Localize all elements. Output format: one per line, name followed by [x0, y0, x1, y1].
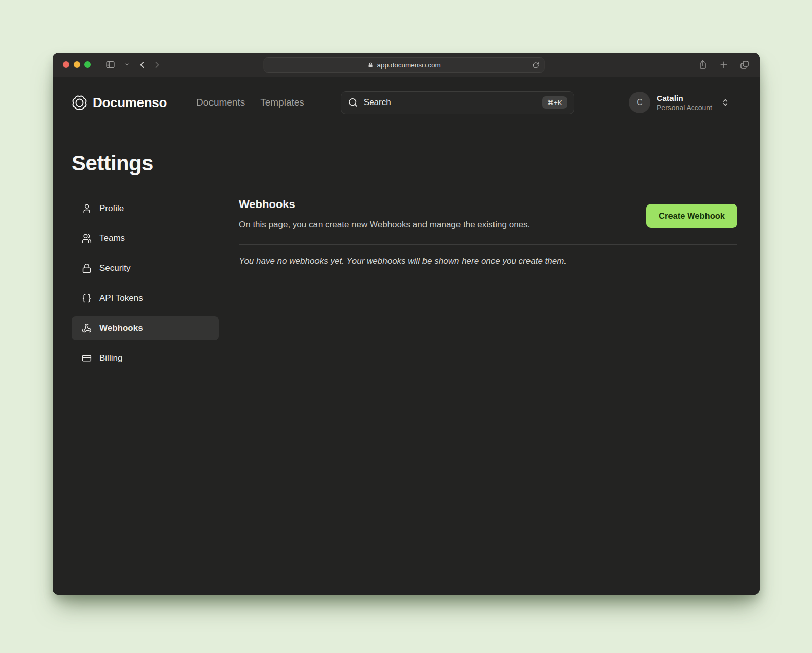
- avatar: C: [629, 92, 650, 113]
- sidebar-item-billing[interactable]: Billing: [72, 346, 219, 370]
- sidebar-item-label: Webhooks: [99, 323, 143, 333]
- nav-templates[interactable]: Templates: [260, 97, 304, 108]
- account-name: Catalin: [657, 93, 712, 103]
- sidebar-item-label: Billing: [99, 353, 122, 363]
- webhooks-title: Webhooks: [239, 198, 530, 211]
- documenso-logo-icon: [72, 95, 87, 111]
- traffic-lights: [63, 61, 91, 68]
- webhooks-empty-state: You have no webhooks yet. Your webhooks …: [239, 256, 737, 266]
- divider: [239, 244, 737, 245]
- nav-documents[interactable]: Documents: [196, 97, 245, 108]
- search-input[interactable]: Search ⌘+K: [341, 91, 574, 114]
- app-header: Documenso Documents Templates Search ⌘+K…: [53, 77, 760, 128]
- sidebar-item-webhooks[interactable]: Webhooks: [72, 316, 219, 340]
- chevrons-up-down-icon: [721, 98, 729, 107]
- sidebar-item-label: API Tokens: [99, 293, 143, 303]
- browser-chrome: app.documenso.com: [53, 53, 760, 77]
- webhooks-description: On this page, you can create new Webhook…: [239, 220, 530, 230]
- sidebar-item-api-tokens[interactable]: API Tokens: [72, 286, 219, 311]
- settings-content: Profile Teams Security: [53, 196, 760, 376]
- browser-window: app.documenso.com: [53, 53, 760, 595]
- account-type: Personal Account: [657, 103, 712, 112]
- back-button[interactable]: [137, 60, 147, 70]
- lock-icon: [82, 263, 92, 273]
- close-window-button[interactable]: [63, 61, 69, 68]
- sidebar-item-security[interactable]: Security: [72, 256, 219, 281]
- forward-button[interactable]: [152, 60, 162, 70]
- lock-icon: [367, 62, 373, 68]
- sidebar-item-teams[interactable]: Teams: [72, 226, 219, 251]
- users-icon: [82, 233, 92, 244]
- braces-icon: [82, 293, 92, 303]
- create-webhook-button[interactable]: Create Webhook: [646, 204, 737, 228]
- zoom-window-button[interactable]: [84, 61, 91, 68]
- url-bar[interactable]: app.documenso.com: [264, 57, 545, 73]
- url-text: app.documenso.com: [377, 61, 440, 69]
- sidebar-item-profile[interactable]: Profile: [72, 196, 219, 221]
- share-icon[interactable]: [698, 59, 708, 70]
- reload-icon[interactable]: [532, 61, 540, 69]
- sidebar-item-label: Teams: [99, 233, 125, 244]
- top-nav: Documents Templates: [196, 97, 304, 108]
- credit-card-icon: [82, 353, 92, 363]
- search-placeholder: Search: [364, 97, 391, 108]
- page-title: Settings: [72, 151, 760, 176]
- brand[interactable]: Documenso: [72, 95, 167, 111]
- settings-sidebar: Profile Teams Security: [72, 196, 219, 376]
- tab-overview-icon[interactable]: [739, 60, 750, 70]
- chevron-down-icon[interactable]: [124, 62, 130, 67]
- sidebar-item-label: Profile: [99, 203, 124, 214]
- divider: [120, 60, 120, 70]
- app-content: Documenso Documents Templates Search ⌘+K…: [53, 77, 760, 595]
- minimize-window-button[interactable]: [74, 61, 80, 68]
- sidebar-item-label: Security: [99, 263, 130, 273]
- new-tab-icon[interactable]: [719, 60, 729, 70]
- search-icon: [348, 97, 358, 108]
- sidebar-toggle-icon[interactable]: [105, 59, 116, 70]
- search-shortcut-badge: ⌘+K: [542, 96, 567, 109]
- account-menu-trigger[interactable]: C Catalin Personal Account: [629, 92, 729, 113]
- user-icon: [82, 203, 92, 214]
- brand-name: Documenso: [93, 95, 167, 111]
- webhooks-panel: Webhooks On this page, you can create ne…: [239, 196, 737, 376]
- webhook-icon: [82, 323, 92, 333]
- chrome-right-controls: [698, 59, 750, 70]
